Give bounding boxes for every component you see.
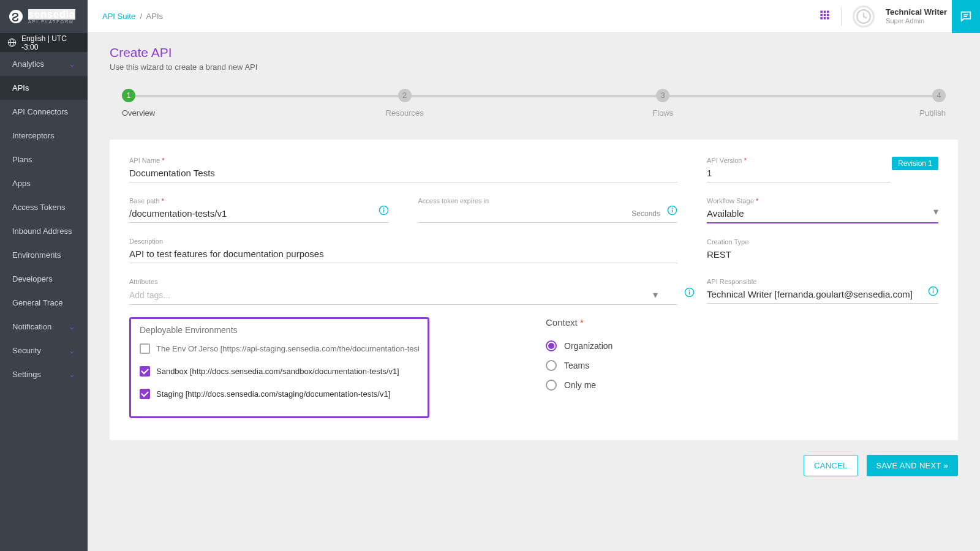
step-circle[interactable]: 1 — [122, 89, 135, 102]
radio[interactable] — [546, 380, 557, 391]
step-label: Flows — [652, 108, 673, 118]
base-path-input[interactable] — [129, 206, 389, 223]
chevron-down-icon: ⌄ — [69, 322, 75, 331]
attributes-field: Attributes Add tags... ▾ — [129, 278, 677, 305]
breadcrumb-root[interactable]: API Suite — [102, 12, 135, 21]
sidebar-item-label: Interceptors — [12, 131, 55, 140]
sidebar-item-security[interactable]: Security⌄ — [0, 339, 88, 362]
cancel-button[interactable]: CANCEL — [804, 455, 858, 476]
info-icon[interactable] — [667, 205, 677, 218]
checkbox[interactable] — [140, 366, 150, 377]
sidebar-item-developers[interactable]: Developers — [0, 267, 88, 291]
info-icon[interactable] — [684, 287, 695, 300]
chevron-down-icon: ⌄ — [69, 59, 75, 69]
env-label: The Env Of Jerso [https://api-staging.se… — [156, 344, 419, 353]
step-label: Publish — [919, 108, 946, 118]
user-role: Super Admin — [886, 17, 947, 25]
env-label: Staging [http://docs.sensedia.com/stagin… — [156, 389, 390, 399]
step-circle[interactable]: 4 — [932, 89, 946, 102]
svg-point-28 — [933, 288, 934, 290]
api-name-input[interactable] — [129, 165, 677, 182]
sidebar-item-interceptors[interactable]: Interceptors — [0, 124, 88, 148]
context-option-teams[interactable]: Teams — [546, 356, 612, 375]
api-responsible-input[interactable] — [707, 287, 938, 304]
env-item[interactable]: The Env Of Jerso [https://api-staging.se… — [140, 337, 419, 360]
breadcrumb: API Suite / APIs — [102, 12, 163, 21]
checkbox[interactable] — [140, 389, 150, 399]
svg-rect-10 — [820, 17, 823, 20]
api-version-field: Revision 1 API Version * — [707, 157, 938, 182]
sidebar-item-label: Settings — [12, 370, 41, 379]
attributes-input[interactable]: Add tags... ▾ — [129, 287, 677, 305]
save-and-next-button[interactable]: SAVE AND NEXT » — [867, 455, 958, 476]
sidebar-item-notification[interactable]: Notification⌄ — [0, 315, 88, 339]
sidebar-item-label: Developers — [12, 274, 53, 283]
sidebar-item-inbound-address[interactable]: Inbound Address — [0, 219, 88, 243]
sidebar-item-label: Notification — [12, 322, 51, 331]
clock-icon — [856, 9, 872, 24]
chat-button[interactable] — [952, 0, 980, 33]
svg-point-22 — [672, 208, 673, 209]
sidebar-item-apps[interactable]: Apps — [0, 171, 88, 195]
api-name-field: API Name * — [129, 157, 677, 182]
sidebar-item-label: Access Tokens — [12, 203, 65, 212]
locale-text: English | UTC -3:00 — [21, 34, 80, 51]
wizard-footer: CANCEL SAVE AND NEXT » — [110, 455, 958, 476]
svg-point-25 — [689, 290, 690, 291]
sidebar-item-access-tokens[interactable]: Access Tokens — [0, 195, 88, 219]
checkbox[interactable] — [140, 343, 150, 354]
step-label: Resources — [386, 108, 424, 118]
workflow-select[interactable] — [707, 206, 938, 223]
top-header: API Suite / APIs Technical Writer Super … — [88, 0, 980, 33]
sidebar: sensedia API PLATFORM English | UTC -3:0… — [0, 0, 88, 551]
api-version-input[interactable] — [707, 165, 891, 182]
radio[interactable] — [546, 340, 557, 351]
info-icon[interactable] — [379, 205, 389, 218]
divider — [841, 7, 842, 26]
sidebar-item-apis[interactable]: APIs — [0, 76, 88, 100]
deployable-environments-box: Deployable Environments The Env Of Jerso… — [129, 317, 429, 418]
svg-rect-4 — [820, 10, 823, 13]
brand-logo-icon — [9, 9, 23, 24]
deploy-title: Deployable Environments — [140, 325, 419, 335]
svg-rect-9 — [827, 14, 829, 17]
env-item[interactable]: Sandbox [http://docs.sensedia.com/sandbo… — [140, 360, 419, 383]
sidebar-item-environments[interactable]: Environments — [0, 243, 88, 267]
description-input[interactable] — [129, 246, 677, 263]
locale-selector[interactable]: English | UTC -3:00 — [0, 33, 88, 52]
brand-logo: sensedia API PLATFORM — [0, 0, 88, 33]
sidebar-item-api-connectors[interactable]: API Connectors — [0, 100, 88, 124]
context-box: Context * OrganizationTeamsOnly me — [546, 317, 612, 418]
stepper: 1Overview2Resources3Flows4Publish — [122, 89, 946, 118]
avatar[interactable] — [853, 6, 875, 28]
context-option-organization[interactable]: Organization — [546, 336, 612, 356]
api-responsible-field: API Responsible — [707, 278, 938, 304]
step-circle[interactable]: 2 — [398, 89, 412, 102]
chevron-down-icon: ▾ — [653, 289, 662, 301]
chat-icon — [959, 10, 973, 23]
revision-badge: Revision 1 — [892, 157, 938, 170]
sidebar-item-settings[interactable]: Settings⌄ — [0, 362, 88, 386]
context-option-only-me[interactable]: Only me — [546, 375, 612, 395]
sidebar-item-label: Plans — [12, 155, 32, 164]
sidebar-item-label: General Trace — [12, 298, 62, 307]
sidebar-item-plans[interactable]: Plans — [0, 148, 88, 171]
svg-rect-6 — [827, 10, 829, 13]
env-item[interactable]: Staging [http://docs.sensedia.com/stagin… — [140, 383, 419, 405]
sidebar-item-analytics[interactable]: Analytics⌄ — [0, 52, 88, 76]
sidebar-item-label: Analytics — [12, 59, 44, 69]
step-label: Overview — [122, 108, 155, 118]
radio-label: Only me — [564, 380, 596, 390]
info-icon[interactable] — [928, 286, 938, 299]
creation-type-value: REST — [707, 247, 938, 263]
step-circle[interactable]: 3 — [656, 89, 669, 102]
creation-type-field: Creation Type REST — [707, 238, 938, 263]
sidebar-item-label: Security — [12, 346, 41, 355]
brand-name: sensedia — [28, 9, 75, 20]
sidebar-item-general-trace[interactable]: General Trace — [0, 291, 88, 315]
app-switcher-icon[interactable] — [820, 10, 830, 23]
svg-rect-8 — [824, 14, 826, 17]
radio[interactable] — [546, 360, 557, 371]
globe-icon — [7, 38, 17, 47]
form-card: API Name * Base path * — [110, 140, 958, 440]
